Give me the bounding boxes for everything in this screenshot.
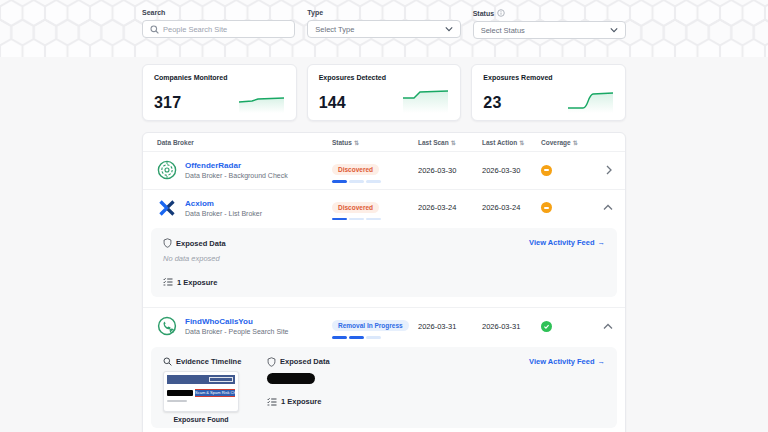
column-header-coverage[interactable]: Coverage⇅ bbox=[541, 139, 595, 146]
filter-bar: Search Type Select Type Status Select St… bbox=[142, 9, 626, 39]
view-activity-feed-link[interactable]: View Activity Feed → bbox=[529, 238, 605, 247]
table-row-findwhocallsyou[interactable]: FindWhoCallsYou Data Broker - People Sea… bbox=[143, 307, 625, 345]
status-progress-bar bbox=[332, 336, 418, 339]
broker-cell: FindWhoCallsYou Data Broker - People Sea… bbox=[157, 316, 332, 336]
table-row-offenderradar[interactable]: OffenderRadar Data Broker - Background C… bbox=[143, 151, 625, 189]
chevron-up-icon bbox=[603, 204, 613, 211]
status-label: Status bbox=[473, 9, 626, 17]
status-progress-bar bbox=[332, 218, 418, 221]
exposed-data-heading: Exposed Data bbox=[267, 357, 330, 367]
expand-row-button[interactable] bbox=[595, 165, 613, 175]
view-activity-feed-link[interactable]: View Activity Feed → bbox=[529, 357, 605, 366]
exposure-count-text: 1 Exposure bbox=[177, 278, 217, 287]
status-select[interactable]: Select Status bbox=[473, 21, 626, 39]
sort-icon[interactable]: ⇅ bbox=[354, 139, 359, 146]
coverage-cell bbox=[541, 202, 595, 213]
broker-name-link[interactable]: OffenderRadar bbox=[185, 161, 288, 170]
stat-cards: Companies Monitored 317 Exposures Detect… bbox=[142, 64, 626, 121]
status-progress-bar bbox=[332, 180, 418, 183]
status-cell: Removal In Progress bbox=[332, 314, 418, 339]
sparkline-chart bbox=[238, 87, 286, 113]
evidence-timeline-column: Evidence Timeline Scam & Spam Risk Check… bbox=[163, 357, 253, 423]
search-icon bbox=[163, 357, 172, 366]
column-header-last-scan[interactable]: Last Scan⇅ bbox=[418, 139, 482, 146]
redacted-text-block bbox=[167, 390, 193, 396]
column-header-label: Status bbox=[332, 139, 352, 146]
stat-companies-monitored: Companies Monitored 317 bbox=[142, 64, 297, 121]
chevron-down-icon bbox=[445, 26, 453, 32]
type-select[interactable]: Select Type bbox=[307, 20, 460, 38]
column-header-label: Last Scan bbox=[418, 139, 449, 146]
table-row-acxiom[interactable]: Acxiom Data Broker - List Broker Discove… bbox=[143, 189, 625, 227]
sort-icon[interactable]: ⇅ bbox=[573, 139, 578, 146]
last-action-cell: 2026-03-31 bbox=[482, 322, 541, 331]
broker-name-link[interactable]: FindWhoCallsYou bbox=[185, 317, 289, 326]
coverage-partial-icon bbox=[541, 202, 552, 213]
view-activity-feed-label: View Activity Feed bbox=[529, 357, 594, 366]
coverage-partial-icon bbox=[541, 165, 552, 176]
status-cell: Discovered bbox=[332, 196, 418, 221]
broker-subtitle: Data Broker - People Search Site bbox=[185, 328, 289, 335]
data-broker-table: Data Broker Status⇅ Last Scan⇅ Last Acti… bbox=[142, 132, 626, 432]
page-content: Search Type Select Type Status Select St… bbox=[142, 0, 626, 432]
last-action-cell: 2026-03-30 bbox=[482, 166, 541, 175]
coverage-cell bbox=[541, 321, 595, 332]
no-data-exposed-text: No data exposed bbox=[163, 254, 605, 263]
broker-text: Acxiom Data Broker - List Broker bbox=[185, 199, 262, 217]
chevron-down-icon bbox=[610, 27, 618, 33]
collapse-row-button[interactable] bbox=[595, 323, 613, 330]
offenderradar-logo-icon bbox=[157, 160, 177, 180]
evidence-timeline-heading: Evidence Timeline bbox=[163, 357, 253, 366]
sort-icon[interactable]: ⇅ bbox=[519, 139, 524, 146]
status-filter: Status Select Status bbox=[473, 9, 626, 39]
findwhocallsyou-logo-icon bbox=[157, 316, 177, 336]
exposed-data-title: Exposed Data bbox=[176, 239, 226, 248]
search-input[interactable] bbox=[163, 25, 287, 34]
status-select-value: Select Status bbox=[481, 26, 606, 35]
search-label: Search bbox=[142, 9, 295, 16]
column-header-label: Last Action bbox=[482, 139, 517, 146]
search-filter: Search bbox=[142, 9, 295, 39]
search-icon bbox=[150, 25, 159, 34]
expanded-panel-acxiom: Exposed Data View Activity Feed → No dat… bbox=[151, 228, 617, 297]
status-badge: Discovered bbox=[332, 164, 379, 175]
last-action-cell: 2026-03-24 bbox=[482, 203, 541, 212]
status-badge: Discovered bbox=[332, 202, 379, 213]
redacted-exposed-data bbox=[267, 373, 315, 384]
evidence-caption-line bbox=[167, 400, 187, 402]
exposure-count-text: 1 Exposure bbox=[281, 397, 321, 406]
checklist-icon bbox=[163, 277, 173, 287]
status-cell: Discovered bbox=[332, 158, 418, 183]
stat-label: Exposures Detected bbox=[319, 74, 450, 81]
column-header-last-action[interactable]: Last Action⇅ bbox=[482, 139, 541, 146]
chevron-up-icon bbox=[603, 323, 613, 330]
panel-columns: Evidence Timeline Scam & Spam Risk Check… bbox=[163, 357, 605, 423]
column-header-status[interactable]: Status⇅ bbox=[332, 139, 418, 146]
stat-value: 144 bbox=[319, 94, 346, 112]
type-select-value: Select Type bbox=[315, 25, 440, 34]
broker-name-link[interactable]: Acxiom bbox=[185, 199, 262, 208]
exposure-count-row: 1 Exposure bbox=[163, 277, 605, 287]
evidence-screenshot-thumbnail[interactable]: Scam & Spam Risk Check bbox=[163, 371, 239, 412]
evidence-result-row: Scam & Spam Risk Check bbox=[167, 389, 235, 397]
broker-subtitle: Data Broker - List Broker bbox=[185, 210, 262, 217]
coverage-check-icon bbox=[541, 321, 552, 332]
chevron-right-icon bbox=[605, 165, 613, 175]
expanded-panel-findwhocallsyou: View Activity Feed → Evidence Timeline bbox=[151, 347, 617, 428]
evidence-button: Scam & Spam Risk Check bbox=[195, 389, 235, 397]
view-activity-feed-label: View Activity Feed bbox=[529, 238, 594, 247]
sparkline-chart bbox=[567, 87, 615, 113]
evidence-caption: Exposure Found bbox=[163, 416, 239, 423]
collapse-row-button[interactable] bbox=[595, 204, 613, 211]
status-label-text: Status bbox=[473, 10, 494, 17]
shield-icon bbox=[163, 238, 172, 248]
broker-subtitle: Data Broker - Background Check bbox=[185, 172, 288, 179]
checklist-icon bbox=[267, 397, 277, 407]
table-header-row: Data Broker Status⇅ Last Scan⇅ Last Acti… bbox=[143, 133, 625, 151]
broker-text: FindWhoCallsYou Data Broker - People Sea… bbox=[185, 317, 289, 335]
exposure-count-row: 1 Exposure bbox=[267, 397, 330, 407]
stat-label: Companies Monitored bbox=[154, 74, 285, 81]
search-box[interactable] bbox=[142, 20, 295, 38]
sort-icon[interactable]: ⇅ bbox=[451, 139, 456, 146]
column-header-data-broker: Data Broker bbox=[157, 139, 332, 146]
